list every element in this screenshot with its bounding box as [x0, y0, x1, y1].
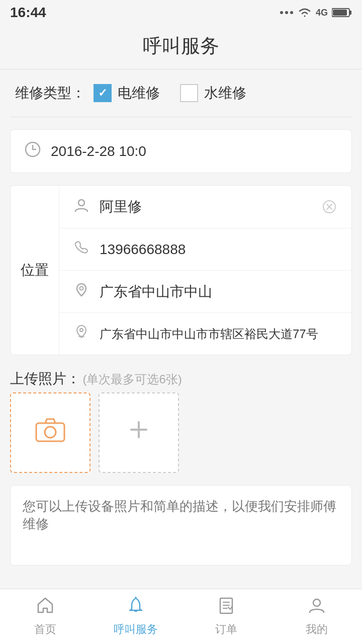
nav-mine[interactable]: 我的 [272, 589, 362, 644]
electric-repair-option[interactable]: 电维修 [94, 84, 160, 103]
phone-row[interactable]: 13966668888 [59, 228, 351, 271]
nav-call-service[interactable]: 呼叫服务 [90, 589, 181, 644]
upload-title-row: 上传照片： (单次最多可选6张) [10, 369, 352, 388]
nav-home[interactable]: 首页 [0, 589, 90, 644]
battery-icon [332, 8, 352, 18]
location-section: 位置 阿里修 [10, 185, 352, 355]
mine-icon [308, 596, 326, 619]
name-value: 阿里修 [100, 197, 319, 216]
upload-hint: (单次最多可选6张) [82, 372, 182, 386]
svg-point-10 [80, 329, 83, 332]
address-value: 广东省中山市中山市市辖区裕民大道77号 [100, 326, 339, 342]
status-time: 16:44 [10, 5, 46, 21]
bottom-nav: 首页 呼叫服务 订单 我的 [0, 589, 362, 644]
orders-icon [217, 596, 235, 619]
repair-type-label: 维修类型： [15, 84, 85, 103]
page-title: 呼叫服务 [143, 35, 219, 56]
datetime-row[interactable]: 2016-2-28 10:0 [11, 130, 351, 173]
checkbox-group: 电维修 水维修 [94, 84, 347, 103]
upload-area [10, 392, 352, 473]
svg-point-7 [78, 200, 84, 206]
plus-icon [126, 417, 151, 448]
address-pin-icon [71, 324, 92, 344]
status-icons: 4G [280, 7, 352, 18]
city-row[interactable]: 广东省中山市中山 [59, 271, 351, 313]
datetime-value: 2016-2-28 10:0 [51, 143, 339, 159]
clear-name-button[interactable] [319, 197, 339, 217]
location-fields: 阿里修 13966668888 [59, 186, 351, 355]
upload-section: 上传照片： (单次最多可选6张) [10, 369, 352, 473]
description-input[interactable] [10, 485, 352, 566]
network-type: 4G [316, 8, 328, 18]
phone-value: 13966668888 [100, 242, 339, 258]
nav-home-label: 首页 [34, 622, 56, 637]
water-repair-label: 水维修 [204, 84, 246, 103]
upload-title: 上传照片： [10, 371, 80, 386]
repair-type-section: 维修类型： 电维修 水维修 [10, 69, 352, 117]
svg-rect-11 [36, 423, 64, 441]
status-bar: 16:44 4G [0, 0, 362, 25]
location-pin-icon [71, 282, 92, 301]
svg-point-15 [313, 599, 320, 606]
upload-add-button[interactable] [99, 392, 179, 473]
upload-camera-button[interactable] [10, 392, 90, 473]
water-repair-option[interactable]: 水维修 [180, 84, 246, 103]
nav-call-service-label: 呼叫服务 [114, 622, 158, 637]
bell-icon [127, 596, 145, 619]
address-row[interactable]: 广东省中山市中山市市辖区裕民大道77号 [59, 313, 351, 355]
electric-repair-label: 电维修 [118, 84, 160, 103]
nav-orders-label: 订单 [215, 622, 237, 637]
location-label: 位置 [11, 186, 59, 355]
city-value: 广东省中山市中山 [100, 282, 339, 301]
camera-icon [35, 417, 65, 448]
home-icon [36, 596, 54, 619]
svg-rect-5 [333, 10, 347, 16]
water-repair-checkbox[interactable] [180, 84, 198, 102]
clock-icon [23, 141, 43, 162]
phone-icon [71, 239, 92, 259]
svg-point-2 [290, 11, 293, 14]
svg-rect-4 [349, 11, 351, 15]
svg-point-12 [45, 427, 56, 438]
name-row[interactable]: 阿里修 [59, 186, 351, 228]
wifi-icon [298, 7, 312, 18]
main-content: 维修类型： 电维修 水维修 2016-2-28 10:0 [0, 69, 362, 628]
nav-orders[interactable]: 订单 [181, 589, 272, 644]
page-header: 呼叫服务 [0, 25, 362, 69]
signal-dots-icon [280, 8, 294, 17]
svg-point-0 [280, 11, 283, 14]
user-icon [71, 197, 92, 217]
svg-point-9 [80, 287, 83, 290]
datetime-card: 2016-2-28 10:0 [10, 129, 352, 173]
svg-point-1 [285, 11, 288, 14]
electric-repair-checkbox[interactable] [94, 84, 112, 102]
nav-mine-label: 我的 [306, 622, 328, 637]
